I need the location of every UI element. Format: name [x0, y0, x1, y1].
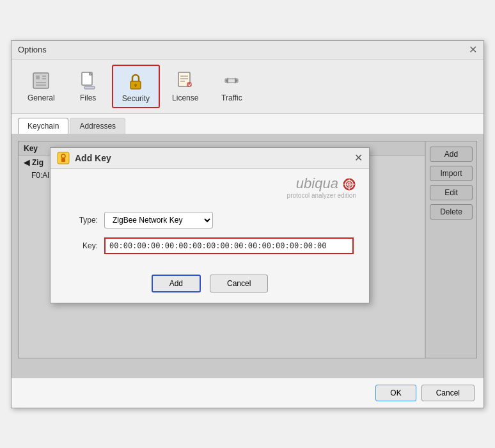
toolbar-files[interactable]: Files — [67, 65, 109, 108]
brand-subtitle: protocol analyzer edition — [63, 192, 356, 199]
toolbar-license-label: License — [172, 93, 198, 102]
type-select[interactable]: ZigBee Network Key ZigBee Link Key ZigBe… — [104, 212, 213, 228]
dialog-buttons: Add Cancel — [51, 269, 369, 292]
toolbar-license[interactable]: License — [162, 65, 208, 108]
cancel-button[interactable]: Cancel — [421, 385, 475, 401]
dialog-add-button[interactable]: Add — [152, 275, 201, 292]
svg-rect-2 — [42, 76, 46, 77]
toolbar-files-label: Files — [80, 93, 96, 102]
svg-rect-3 — [42, 78, 46, 79]
type-label: Type: — [66, 216, 98, 225]
svg-rect-5 — [36, 84, 46, 86]
dialog-title-group: Add Key — [57, 152, 111, 164]
tab-addresses[interactable]: Addresses — [70, 118, 125, 134]
toolbar-traffic[interactable]: Traffic — [210, 65, 253, 108]
toolbar: General Files Security — [12, 60, 483, 114]
dialog-form: Type: ZigBee Network Key ZigBee Link Key… — [51, 202, 369, 269]
dialog-title-bar: Add Key ✕ — [51, 148, 369, 169]
window-close-button[interactable]: ✕ — [469, 45, 477, 55]
add-key-dialog: Add Key ✕ ubiqua — [50, 147, 370, 303]
toolbar-security-label: Security — [122, 94, 150, 103]
brand-logo-icon — [342, 177, 356, 191]
window-title: Options — [18, 45, 47, 54]
toolbar-traffic-label: Traffic — [221, 93, 242, 102]
toolbar-general-label: General — [28, 93, 55, 102]
svg-rect-6 — [82, 72, 92, 85]
content-area: Key ◀ Zig F0:Al Add Import Edit Delete — [12, 134, 483, 378]
general-icon — [29, 69, 52, 92]
dialog-cancel-button[interactable]: Cancel — [210, 275, 268, 292]
dialog-branding: ubiqua protocol analyzer edition — [51, 169, 369, 202]
key-label: Key: — [66, 241, 98, 250]
ok-button[interactable]: OK — [375, 385, 416, 401]
traffic-icon — [220, 69, 243, 92]
type-row: Type: ZigBee Network Key ZigBee Link Key… — [66, 212, 354, 228]
dialog-title-text: Add Key — [75, 153, 111, 163]
svg-rect-7 — [84, 86, 95, 89]
svg-rect-22 — [61, 158, 65, 162]
key-input[interactable] — [104, 237, 354, 254]
license-icon — [174, 69, 197, 92]
dialog-overlay: Add Key ✕ ubiqua — [12, 134, 483, 378]
options-window: Options ✕ General Files — [11, 40, 484, 408]
svg-rect-0 — [33, 73, 49, 88]
tab-keychain[interactable]: Keychain — [18, 118, 68, 134]
svg-rect-4 — [36, 82, 46, 83]
svg-rect-10 — [135, 85, 136, 87]
key-row: Key: — [66, 237, 354, 254]
dialog-icon — [57, 152, 70, 164]
security-icon — [124, 70, 147, 93]
dialog-close-button[interactable]: ✕ — [354, 152, 363, 164]
toolbar-general[interactable]: General — [18, 65, 65, 108]
svg-rect-1 — [36, 76, 40, 79]
title-bar: Options ✕ — [12, 41, 483, 60]
toolbar-security[interactable]: Security — [112, 65, 160, 108]
files-icon — [77, 69, 100, 92]
brand-name: ubiqua — [63, 175, 356, 192]
tab-bar: Keychain Addresses — [12, 114, 483, 134]
bottom-bar: OK Cancel — [12, 378, 483, 408]
